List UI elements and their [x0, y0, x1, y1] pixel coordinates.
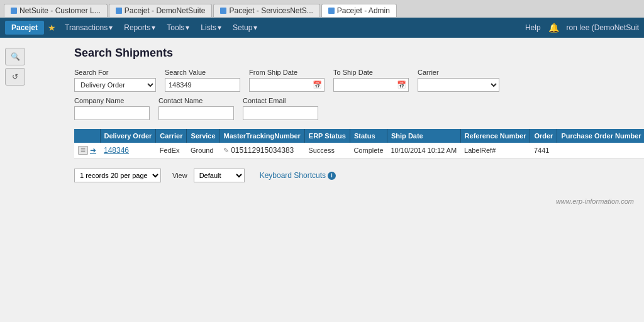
nav-transactions[interactable]: Transactions ▾ — [60, 21, 118, 35]
to-ship-date-wrapper: 📅 — [333, 78, 409, 92]
row-order: 7441 — [530, 143, 557, 158]
search-for-select[interactable]: Delivery Order — [74, 78, 156, 92]
contact-email-label: Contact Email — [243, 97, 318, 104]
contact-name-field: Contact Name — [158, 97, 234, 120]
calendar-icon[interactable]: 📅 — [313, 80, 322, 89]
search-button[interactable]: 🔍 — [5, 48, 25, 65]
from-ship-date-label: From Ship Date — [249, 69, 325, 76]
records-select: 1 records 20 per page — [74, 169, 161, 182]
to-ship-date-label: To Ship Date — [333, 69, 409, 76]
col-po-number: Purchase Order Number — [557, 129, 644, 143]
browser-tab-pacejet-demo[interactable]: Pacejet - DemoNetSuite — [109, 4, 213, 17]
nav-lists[interactable]: Lists ▾ — [196, 21, 226, 35]
table-header-row: Delivery Order Carrier Service MasterTra… — [74, 129, 644, 143]
search-for-label: Search For — [74, 69, 156, 76]
table-body: ☰ ➜ 148346 FedEx Ground ✎ 01511291503438… — [74, 143, 644, 158]
search-for-field: Search For Delivery Order — [74, 69, 156, 92]
view-label: View — [172, 172, 187, 179]
table-row: ☰ ➜ 148346 FedEx Ground ✎ 01511291503438… — [74, 143, 644, 158]
help-link[interactable]: Help — [525, 23, 541, 32]
nav-menu: Transactions ▾ Reports ▾ Tools ▾ Lists ▾… — [60, 21, 521, 35]
tab-favicon — [220, 8, 226, 14]
col-erp-status: ERP Status — [304, 129, 350, 143]
row-actions: ☰ ➜ — [74, 143, 100, 158]
records-per-page-select[interactable]: 1 records 20 per page — [74, 169, 161, 182]
chevron-down-icon: ▾ — [253, 23, 257, 32]
company-name-input[interactable] — [74, 106, 150, 120]
to-ship-date-field: To Ship Date 📅 — [333, 69, 409, 92]
user-menu[interactable]: ron lee (DemoNetSuit — [567, 23, 639, 32]
col-actions — [74, 129, 100, 143]
nav-bar: Pacejet ★ Transactions ▾ Reports ▾ Tools… — [0, 18, 644, 38]
col-ship-date: Ship Date — [387, 129, 461, 143]
col-reference: Reference Number — [460, 129, 530, 143]
chevron-down-icon: ▾ — [186, 23, 189, 32]
table-header: Delivery Order Carrier Service MasterTra… — [74, 129, 644, 143]
row-po-number — [557, 143, 644, 158]
search-form: Search For Delivery Order Search Value F… — [74, 69, 644, 120]
toolbar: 🔍 ↺ — [0, 38, 30, 195]
row-reference: LabelRef# — [460, 143, 530, 158]
col-order: Order — [530, 129, 557, 143]
tab-favicon — [328, 8, 335, 14]
nav-brand[interactable]: Pacejet — [5, 21, 44, 35]
delivery-order-link[interactable]: 148346 — [104, 146, 129, 155]
contact-name-label: Contact Name — [158, 97, 234, 104]
star-icon[interactable]: ★ — [48, 23, 56, 33]
contact-email-input[interactable] — [243, 106, 318, 120]
row-ship-date: 10/10/2014 10:12 AM — [387, 143, 461, 158]
browser-tab-bar: NetSuite - Customer L... Pacejet - DemoN… — [0, 0, 644, 18]
search-value-field: Search Value — [165, 69, 240, 92]
contact-email-field: Contact Email — [243, 97, 318, 120]
refresh-icon: ↺ — [12, 72, 18, 81]
chevron-down-icon: ▾ — [218, 23, 221, 32]
tab-favicon — [116, 8, 122, 14]
search-value-label: Search Value — [165, 69, 240, 76]
keyboard-shortcuts[interactable]: Keyboard Shortcuts i — [260, 171, 336, 180]
row-menu-button[interactable]: ☰ — [78, 146, 88, 155]
row-erp-status: Success — [304, 143, 350, 158]
nav-reports[interactable]: Reports ▾ — [119, 21, 160, 35]
tab-favicon — [11, 8, 17, 14]
calendar-icon[interactable]: 📅 — [397, 80, 406, 89]
col-carrier: Carrier — [156, 129, 187, 143]
row-status: Complete — [350, 143, 387, 158]
row-tracking: ✎ 015112915034383 — [219, 143, 304, 158]
browser-tab-label: Pacejet - DemoNetSuite — [125, 6, 206, 15]
browser-tab-pacejet-admin[interactable]: Pacejet - Admin — [321, 4, 397, 17]
bell-icon[interactable]: 🔔 — [548, 23, 559, 33]
view-select[interactable]: Default — [194, 169, 245, 182]
col-service: Service — [187, 129, 219, 143]
footer-bar: 1 records 20 per page View Default Keybo… — [74, 165, 644, 186]
nav-right: Help 🔔 ron lee (DemoNetSuit — [525, 23, 639, 33]
form-row-1: Search For Delivery Order Search Value F… — [74, 69, 644, 92]
from-ship-date-wrapper: 📅 — [249, 78, 325, 92]
company-name-label: Company Name — [74, 97, 150, 104]
nav-setup[interactable]: Setup ▾ — [228, 21, 262, 35]
browser-tab-netsuite[interactable]: NetSuite - Customer L... — [4, 4, 108, 17]
browser-tab-pacejet-services[interactable]: Pacejet - ServicesNetS... — [213, 4, 319, 17]
chevron-down-icon: ▾ — [152, 23, 155, 32]
carrier-label: Carrier — [418, 69, 499, 76]
browser-tab-label: NetSuite - Customer L... — [19, 6, 101, 15]
form-row-2: Company Name Contact Name Contact Email — [74, 97, 644, 120]
carrier-select[interactable] — [418, 78, 499, 92]
col-status: Status — [350, 129, 387, 143]
page-wrapper: 🔍 ↺ Search Shipments Search For Delivery… — [0, 38, 644, 195]
nav-tools[interactable]: Tools ▾ — [162, 21, 194, 35]
row-icons: ☰ ➜ — [78, 146, 96, 155]
info-icon: i — [328, 172, 336, 180]
row-delivery-order: 148346 — [100, 143, 156, 158]
watermark: www.erp-information.com — [0, 195, 644, 208]
col-tracking: MasterTrackingNumber — [219, 129, 304, 143]
row-carrier: FedEx — [156, 143, 187, 158]
carrier-field: Carrier — [418, 69, 499, 92]
search-value-input[interactable] — [165, 78, 240, 92]
refresh-button[interactable]: ↺ — [5, 68, 25, 86]
col-delivery-order: Delivery Order — [100, 129, 156, 143]
row-arrow-icon[interactable]: ➜ — [90, 146, 96, 155]
chevron-down-icon: ▾ — [109, 23, 113, 32]
pencil-icon[interactable]: ✎ — [223, 147, 229, 154]
contact-name-input[interactable] — [158, 106, 234, 120]
browser-tab-label: Pacejet - Admin — [337, 6, 390, 15]
